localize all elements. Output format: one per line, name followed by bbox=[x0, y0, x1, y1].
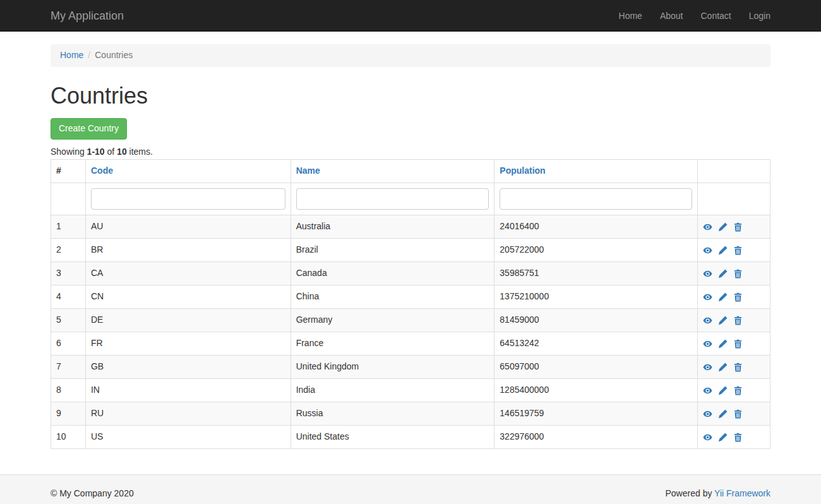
trash-icon bbox=[733, 409, 743, 419]
eye-icon bbox=[703, 409, 712, 419]
row-population: 1285400000 bbox=[494, 379, 698, 402]
row-population: 65097000 bbox=[494, 356, 698, 379]
view-button[interactable] bbox=[703, 222, 712, 232]
row-index: 10 bbox=[51, 426, 86, 449]
row-index: 1 bbox=[51, 215, 86, 239]
row-index: 8 bbox=[51, 379, 86, 402]
view-button[interactable] bbox=[703, 363, 712, 372]
footer: © My Company 2020 Powered by Yii Framewo… bbox=[0, 474, 821, 504]
row-name: Brazil bbox=[291, 239, 494, 262]
delete-button[interactable] bbox=[733, 246, 743, 255]
table-row: 6 FR France 64513242 bbox=[51, 332, 770, 356]
delete-button[interactable] bbox=[733, 222, 743, 232]
delete-button[interactable] bbox=[733, 316, 743, 325]
breadcrumb-separator: / bbox=[83, 49, 95, 62]
header-actions bbox=[698, 160, 770, 183]
update-button[interactable] bbox=[718, 363, 728, 372]
create-country-button[interactable]: Create Country bbox=[51, 118, 127, 140]
nav-item-about[interactable]: About bbox=[651, 0, 692, 32]
table-row: 10 US United States 322976000 bbox=[51, 426, 770, 449]
delete-button[interactable] bbox=[733, 409, 743, 419]
update-button[interactable] bbox=[718, 433, 728, 442]
row-population: 81459000 bbox=[494, 309, 698, 332]
update-button[interactable] bbox=[718, 316, 728, 325]
row-index: 6 bbox=[51, 332, 86, 356]
delete-button[interactable] bbox=[733, 339, 743, 349]
table-row: 3 CA Canada 35985751 bbox=[51, 262, 770, 285]
row-code: IN bbox=[85, 379, 291, 402]
trash-icon bbox=[733, 316, 743, 325]
powered-by-text: Powered by bbox=[665, 488, 714, 498]
update-button[interactable] bbox=[718, 222, 728, 232]
nav-item-home[interactable]: Home bbox=[610, 0, 651, 32]
delete-button[interactable] bbox=[733, 386, 743, 395]
header-sort-name[interactable]: Name bbox=[296, 165, 320, 176]
update-button[interactable] bbox=[718, 339, 728, 349]
view-button[interactable] bbox=[703, 386, 712, 395]
update-button[interactable] bbox=[718, 292, 728, 302]
header-sort-population[interactable]: Population bbox=[500, 165, 545, 176]
delete-button[interactable] bbox=[733, 433, 743, 442]
brand-link[interactable]: My Application bbox=[51, 9, 124, 22]
delete-button[interactable] bbox=[733, 292, 743, 302]
eye-icon bbox=[703, 339, 712, 349]
eye-icon bbox=[703, 433, 712, 442]
code-filter-input[interactable] bbox=[91, 188, 285, 210]
update-button[interactable] bbox=[718, 409, 728, 419]
row-name: United Kingdom bbox=[291, 356, 494, 379]
row-population: 205722000 bbox=[494, 239, 698, 262]
row-index: 2 bbox=[51, 239, 86, 262]
view-button[interactable] bbox=[703, 339, 712, 349]
view-button[interactable] bbox=[703, 433, 712, 442]
yii-framework-link[interactable]: Yii Framework bbox=[714, 488, 770, 498]
table-row: 8 IN India 1285400000 bbox=[51, 379, 770, 402]
pencil-icon bbox=[718, 269, 728, 279]
update-button[interactable] bbox=[718, 246, 728, 255]
name-filter-input[interactable] bbox=[296, 188, 489, 210]
view-button[interactable] bbox=[703, 292, 712, 302]
row-population: 24016400 bbox=[494, 215, 698, 239]
copyright: © My Company 2020 bbox=[51, 488, 134, 500]
row-name: India bbox=[291, 379, 494, 402]
header-sort-code[interactable]: Code bbox=[91, 165, 113, 176]
row-code: CA bbox=[85, 262, 291, 285]
summary-suffix: items. bbox=[127, 147, 153, 157]
table-row: 5 DE Germany 81459000 bbox=[51, 309, 770, 332]
nav-item-login[interactable]: Login bbox=[740, 0, 770, 32]
row-population: 1375210000 bbox=[494, 285, 698, 309]
summary-prefix: Showing bbox=[51, 147, 87, 157]
view-button[interactable] bbox=[703, 316, 712, 325]
pencil-icon bbox=[718, 433, 728, 442]
update-button[interactable] bbox=[718, 386, 728, 395]
delete-button[interactable] bbox=[733, 363, 743, 372]
breadcrumb-home-link[interactable]: Home bbox=[60, 50, 83, 60]
row-code: CN bbox=[85, 285, 291, 309]
view-button[interactable] bbox=[703, 269, 712, 279]
summary-middle: of bbox=[105, 147, 117, 157]
row-code: RU bbox=[85, 402, 291, 426]
page-title: Countries bbox=[51, 80, 770, 112]
view-button[interactable] bbox=[703, 409, 712, 419]
main-content: Home / Countries Countries Create Countr… bbox=[41, 44, 780, 449]
update-button[interactable] bbox=[718, 269, 728, 279]
delete-button[interactable] bbox=[733, 269, 743, 279]
trash-icon bbox=[733, 292, 743, 302]
table-filter-row bbox=[51, 183, 770, 215]
population-filter-input[interactable] bbox=[500, 188, 692, 210]
header-index: # bbox=[51, 160, 86, 183]
row-name: France bbox=[291, 332, 494, 356]
row-index: 4 bbox=[51, 285, 86, 309]
pencil-icon bbox=[718, 292, 728, 302]
row-population: 64513242 bbox=[494, 332, 698, 356]
navbar: My Application Home About Contact Login bbox=[0, 0, 821, 32]
pencil-icon bbox=[718, 363, 728, 372]
table-row: 9 RU Russia 146519759 bbox=[51, 402, 770, 426]
eye-icon bbox=[703, 246, 712, 255]
view-button[interactable] bbox=[703, 246, 712, 255]
countries-table: # Code Name Population 1 AU Australia 24… bbox=[51, 159, 770, 449]
breadcrumb: Home / Countries bbox=[51, 44, 770, 67]
pencil-icon bbox=[718, 222, 728, 232]
nav-item-contact[interactable]: Contact bbox=[692, 0, 740, 32]
eye-icon bbox=[703, 269, 712, 279]
navbar-menu: Home About Contact Login bbox=[610, 0, 770, 32]
